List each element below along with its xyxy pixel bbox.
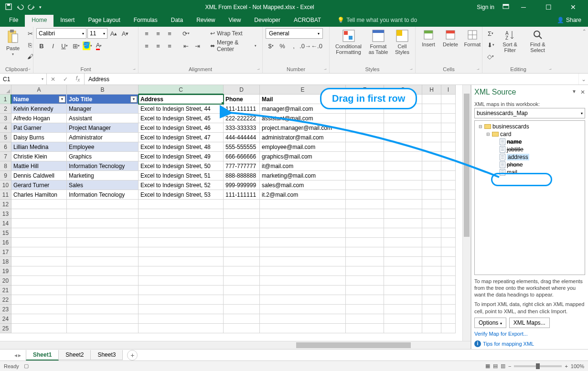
orientation-button[interactable]: ⟳▾ xyxy=(181,28,191,39)
align-bottom-button[interactable]: ≡ xyxy=(164,28,175,39)
column-header[interactable]: I xyxy=(441,85,456,95)
cell[interactable] xyxy=(224,276,260,286)
cell[interactable]: sales@mail.com xyxy=(260,180,346,190)
cell[interactable]: Sales xyxy=(67,180,139,190)
cell[interactable] xyxy=(346,276,384,286)
cell[interactable] xyxy=(441,228,456,238)
cell[interactable] xyxy=(441,238,456,247)
tree-node[interactable]: ⊟businesscards xyxy=(477,123,583,130)
cell[interactable] xyxy=(224,219,260,228)
cell[interactable] xyxy=(346,305,384,314)
tab-formulas[interactable]: Formulas xyxy=(127,15,164,27)
cell[interactable] xyxy=(67,257,139,266)
increase-decimal-button[interactable]: .0→ xyxy=(300,41,310,51)
cell[interactable] xyxy=(11,276,67,286)
cell[interactable] xyxy=(422,161,441,171)
tab-insert[interactable]: Insert xyxy=(53,15,81,27)
cell[interactable] xyxy=(224,314,260,324)
insert-cells-button[interactable]: Insert xyxy=(418,28,438,48)
cell[interactable] xyxy=(384,171,422,180)
cell[interactable] xyxy=(224,209,260,219)
sheet-tab-2[interactable]: Sheet2 xyxy=(58,350,91,360)
cell[interactable] xyxy=(384,314,422,324)
cell[interactable] xyxy=(346,324,384,333)
cell[interactable] xyxy=(260,257,346,266)
filter-dropdown-icon[interactable]: ▾ xyxy=(130,96,137,103)
cell-styles-button[interactable]: Cell Styles xyxy=(392,28,412,56)
cell[interactable] xyxy=(384,286,422,295)
cell[interactable]: Employee xyxy=(67,142,139,152)
cell[interactable] xyxy=(224,266,260,276)
cell[interactable] xyxy=(422,123,441,133)
row-header[interactable]: 3 xyxy=(0,114,11,123)
save-icon[interactable] xyxy=(5,3,12,12)
cell[interactable]: Marketing xyxy=(67,171,139,180)
cell[interactable]: Daisy Burns xyxy=(11,133,67,142)
zoom-out-button[interactable]: − xyxy=(508,363,511,369)
worksheet-grid[interactable]: ABCDEFGHI1Name▾Job Title▾AddressPhoneMai… xyxy=(0,85,471,349)
row-header[interactable]: 22 xyxy=(0,295,11,305)
cell[interactable] xyxy=(441,257,456,266)
xml-map-combo[interactable]: businesscards_Map▾ xyxy=(474,108,585,118)
decrease-decimal-button[interactable]: ←.0 xyxy=(311,41,322,51)
cell[interactable] xyxy=(346,295,384,305)
cell[interactable] xyxy=(441,286,456,295)
cell[interactable] xyxy=(441,295,456,305)
cell[interactable] xyxy=(67,200,139,209)
cell[interactable] xyxy=(346,152,384,161)
cell[interactable] xyxy=(384,305,422,314)
cell[interactable] xyxy=(384,133,422,142)
cell[interactable] xyxy=(224,238,260,247)
cell[interactable]: Excel to Indesign Street, 51 xyxy=(139,171,224,180)
row-header[interactable]: 10 xyxy=(0,180,11,190)
increase-indent-button[interactable]: ⇥ xyxy=(192,41,203,51)
tree-node[interactable]: mail xyxy=(477,169,583,176)
cell[interactable] xyxy=(422,133,441,142)
cell[interactable] xyxy=(441,161,456,171)
cell[interactable]: Address xyxy=(139,95,224,104)
cell[interactable] xyxy=(224,324,260,333)
zoom-slider[interactable] xyxy=(514,365,562,367)
conditional-formatting-button[interactable]: Conditional Formatting xyxy=(332,28,364,56)
cell[interactable] xyxy=(224,247,260,257)
cell[interactable] xyxy=(139,209,224,219)
tab-data[interactable]: Data xyxy=(164,15,190,27)
cell[interactable] xyxy=(224,257,260,266)
italic-button[interactable]: I xyxy=(48,41,58,51)
cell[interactable]: Charles Hamilton xyxy=(11,190,67,200)
cell[interactable] xyxy=(441,209,456,219)
view-page-break-icon[interactable]: ▥ xyxy=(501,363,505,369)
cell[interactable] xyxy=(346,286,384,295)
cell[interactable] xyxy=(67,247,139,257)
cell[interactable]: 666-666666 xyxy=(224,152,260,161)
cell[interactable] xyxy=(67,209,139,219)
cell[interactable]: employee@mail.com xyxy=(260,142,346,152)
cell[interactable] xyxy=(224,295,260,305)
cell[interactable] xyxy=(422,286,441,295)
cell[interactable] xyxy=(346,161,384,171)
percent-button[interactable]: % xyxy=(277,41,288,51)
maximize-button[interactable]: ☐ xyxy=(537,0,559,14)
cell[interactable] xyxy=(139,238,224,247)
cell[interactable] xyxy=(346,314,384,324)
cell[interactable] xyxy=(384,161,422,171)
enter-formula-button[interactable]: ✓ xyxy=(59,76,72,83)
macro-record-icon[interactable]: ▢ xyxy=(24,363,29,369)
paste-button[interactable]: Paste ▾ xyxy=(3,28,23,57)
cell[interactable]: 555-555555 xyxy=(224,142,260,152)
cell[interactable]: Administrator xyxy=(67,133,139,142)
cell[interactable] xyxy=(422,324,441,333)
cell[interactable] xyxy=(441,219,456,228)
align-middle-button[interactable]: ≡ xyxy=(153,28,163,39)
row-header[interactable]: 13 xyxy=(0,209,11,219)
bold-button[interactable]: B xyxy=(36,41,47,51)
cell[interactable]: Alfredo Hogan xyxy=(11,114,67,123)
undo-icon[interactable] xyxy=(16,3,24,12)
row-header[interactable]: 19 xyxy=(0,266,11,276)
row-header[interactable]: 4 xyxy=(0,123,11,133)
tab-developer[interactable]: Developer xyxy=(247,15,287,27)
cell[interactable] xyxy=(422,257,441,266)
share-button[interactable]: 👤Share xyxy=(550,15,588,27)
vertical-scrollbar[interactable] xyxy=(462,85,470,341)
underline-button[interactable]: U▾ xyxy=(59,41,70,51)
